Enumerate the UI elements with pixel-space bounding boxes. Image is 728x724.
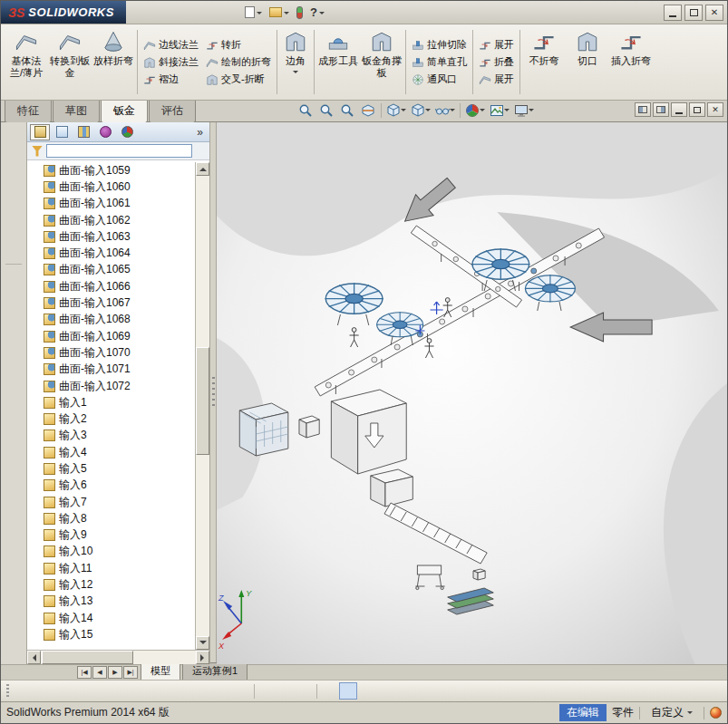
snap-icon[interactable] [54, 682, 73, 700]
tree-item-surface[interactable]: 曲面-输入1065 [31, 262, 193, 278]
menu-item[interactable] [182, 10, 195, 15]
sketched-bend-button[interactable]: 绘制的折弯 [202, 54, 275, 70]
tree-item-input[interactable]: 输入14 [31, 610, 193, 626]
insert-bends-button[interactable]: 插入折弯 [609, 26, 653, 98]
tree-item-input[interactable]: 输入3 [31, 428, 193, 444]
panel-splitter[interactable] [210, 122, 217, 664]
open-document-button[interactable] [267, 4, 292, 22]
model-tab[interactable]: 模型 [141, 662, 180, 680]
tree-item-input[interactable]: 输入12 [31, 576, 193, 593]
snap-icon[interactable] [154, 682, 172, 700]
lofted-bend-button[interactable]: 放样折弯 [92, 26, 135, 98]
tree-item-surface[interactable]: 曲面-输入1063 [31, 228, 193, 245]
extruded-cut-button[interactable]: 拉伸切除 [408, 37, 471, 53]
tree-item-input[interactable]: 输入7 [31, 494, 193, 510]
tree-item-input[interactable]: 输入11 [31, 560, 193, 576]
forming-tool-button[interactable]: 成形工具 [316, 26, 360, 98]
left-toolbar-icon[interactable] [4, 360, 24, 378]
scroll-right-button[interactable] [196, 651, 209, 664]
vent-button[interactable]: 通风口 [408, 72, 471, 87]
unfold-button[interactable]: 展开 [475, 37, 518, 53]
rip-button[interactable]: 切口 [566, 26, 609, 98]
featuremanager-tab[interactable] [30, 124, 50, 140]
graphics-area[interactable]: Y Z X [217, 122, 727, 664]
edit-appearance-button[interactable] [463, 101, 487, 120]
tree-filter-input[interactable] [46, 144, 192, 158]
sheet-metal-gusset-button[interactable]: 钣金角撑板 [360, 26, 403, 98]
snap-icon[interactable] [316, 684, 317, 699]
simple-hole-button[interactable]: 简单直孔 [408, 54, 471, 70]
hem-button[interactable]: 褶边 [140, 72, 202, 87]
jog-button[interactable]: 转折 [202, 37, 275, 53]
tree-item-surface[interactable]: 曲面-输入1060 [31, 179, 193, 195]
previous-view-button[interactable] [337, 101, 357, 120]
vertical-scroll-thumb[interactable] [196, 347, 209, 454]
snap-icon[interactable] [319, 682, 337, 700]
snap-icon[interactable] [74, 682, 92, 700]
tree-item-input[interactable]: 输入1 [31, 394, 193, 410]
minimize-button[interactable] [664, 5, 682, 21]
tree-horizontal-scrollbar[interactable] [27, 650, 209, 664]
left-toolbar-icon[interactable] [4, 128, 24, 146]
tree-item-surface[interactable]: 曲面-输入1068 [31, 312, 193, 328]
tree-item-input[interactable]: 输入4 [31, 444, 193, 460]
apply-scene-button[interactable] [488, 101, 511, 120]
custom-dropdown[interactable]: 自定义 [645, 705, 698, 720]
new-document-button[interactable] [242, 4, 265, 22]
tree-item-input[interactable]: 输入2 [31, 410, 193, 427]
tree-vertical-scrollbar[interactable] [195, 162, 209, 650]
tree-item-surface[interactable]: 曲面-输入1069 [31, 328, 193, 344]
snap-icon[interactable] [174, 682, 192, 700]
toolbar-grip-icon[interactable] [6, 684, 9, 699]
tree-item-input[interactable]: 输入13 [31, 594, 193, 610]
view-orientation-button[interactable] [384, 101, 408, 120]
view-settings-button[interactable] [512, 101, 536, 120]
tab-evaluate[interactable]: 评估 [149, 101, 196, 123]
tree-item-input[interactable]: 输入6 [31, 478, 193, 494]
snap-icon[interactable] [254, 684, 255, 699]
propertymanager-tab[interactable] [52, 124, 72, 140]
menu-item[interactable] [195, 10, 208, 15]
display-style-button[interactable] [409, 101, 432, 120]
left-toolbar-icon[interactable] [4, 337, 24, 355]
dimxpertmanager-tab[interactable] [95, 124, 115, 140]
snap-icon[interactable] [257, 682, 275, 700]
snap-icon[interactable] [34, 682, 53, 700]
pane-left-button[interactable] [635, 102, 651, 117]
no-bends-button[interactable]: 不折弯 [522, 26, 566, 98]
edge-flange-button[interactable]: 边线法兰 [140, 37, 202, 53]
menu-item[interactable] [131, 10, 144, 15]
snap-icon[interactable] [296, 682, 315, 700]
left-toolbar-icon[interactable] [4, 196, 24, 214]
scroll-down-button[interactable] [196, 636, 209, 650]
doc-minimize-button[interactable] [671, 102, 687, 117]
menu-item[interactable] [208, 10, 220, 15]
menu-item[interactable] [157, 10, 170, 15]
maximize-button[interactable] [684, 5, 703, 21]
cross-break-button[interactable]: 交叉-折断 [202, 72, 275, 87]
tree-item-input[interactable]: 输入5 [31, 460, 193, 477]
panel-more-button[interactable]: » [193, 126, 207, 139]
snap-icon[interactable] [134, 682, 152, 700]
close-button[interactable]: ✕ [705, 5, 723, 21]
left-toolbar-icon[interactable] [4, 218, 24, 237]
left-toolbar-icon[interactable] [4, 314, 24, 333]
snap-icon[interactable] [94, 682, 112, 700]
scroll-up-button[interactable] [196, 162, 209, 176]
left-toolbar-icon[interactable] [5, 264, 22, 265]
tree-item-surface[interactable]: 曲面-输入1071 [31, 362, 193, 378]
motion-study-tab[interactable]: 运动算例1 [182, 662, 248, 680]
snap-icon[interactable] [277, 682, 295, 700]
tab-scroll-first-button[interactable]: |◀ [77, 666, 92, 679]
tree-item-surface[interactable]: 曲面-输入1064 [31, 245, 193, 261]
left-toolbar-icon[interactable] [4, 269, 24, 287]
horizontal-scroll-thumb[interactable] [42, 651, 133, 664]
pane-right-button[interactable] [653, 102, 669, 117]
tree-item-surface[interactable]: 曲面-输入1072 [31, 378, 193, 394]
tree-item-input[interactable]: 输入15 [31, 626, 193, 642]
corners-button[interactable]: 边角 [279, 26, 312, 98]
tab-sketch[interactable]: 草图 [53, 101, 100, 123]
convert-to-sheet-metal-button[interactable]: 转换到钣金 [48, 26, 92, 98]
tree-item-input[interactable]: 输入10 [31, 544, 193, 560]
base-flange-button[interactable]: 基体法兰/薄片 [5, 26, 48, 98]
